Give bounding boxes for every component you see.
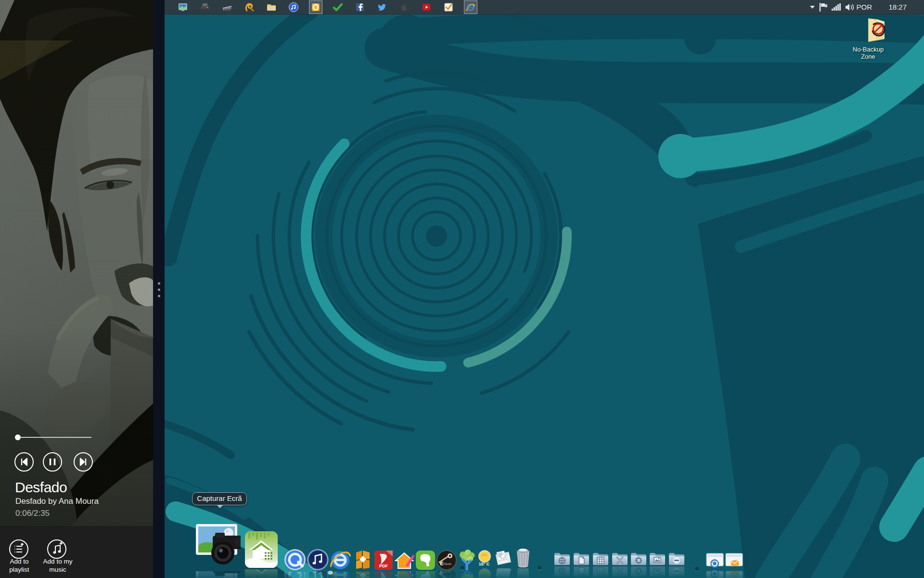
svg-text:15° C: 15° C [479, 568, 490, 569]
svg-text:STEAM: STEAM [442, 563, 451, 565]
svg-text:15° C: 15° C [479, 562, 490, 566]
svg-text:PDF: PDF [379, 571, 388, 572]
svg-text:PDF: PDF [379, 564, 388, 568]
svg-text:STEAM: STEAM [442, 571, 451, 573]
